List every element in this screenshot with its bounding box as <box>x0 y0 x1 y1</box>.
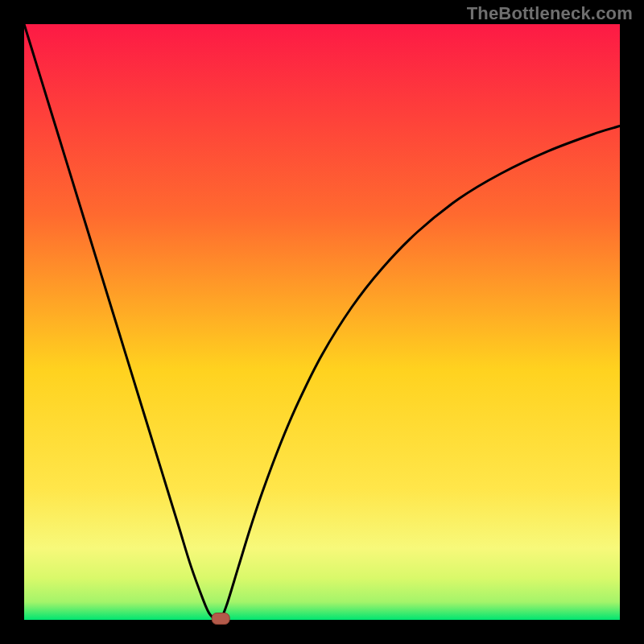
watermark-text: TheBottleneck.com <box>467 3 633 24</box>
chart-frame: TheBottleneck.com <box>0 0 644 644</box>
optimum-marker <box>212 613 229 625</box>
bottleneck-chart <box>0 0 644 644</box>
plot-background <box>24 24 620 620</box>
